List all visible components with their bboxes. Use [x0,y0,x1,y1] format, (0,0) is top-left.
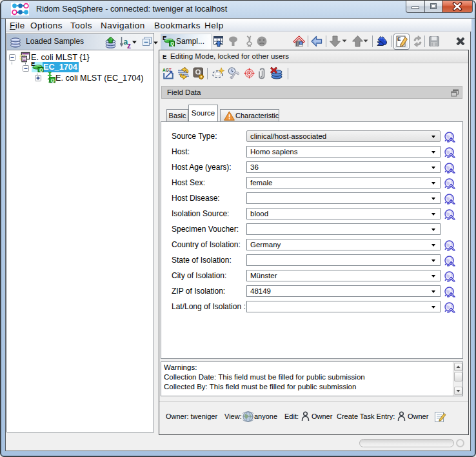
svg-text:z: z [127,41,131,48]
svg-text:E: E [397,36,401,42]
svg-text:Q: Q [51,78,55,83]
svg-text:Q: Q [39,68,43,73]
svg-text:Q: Q [171,41,175,46]
